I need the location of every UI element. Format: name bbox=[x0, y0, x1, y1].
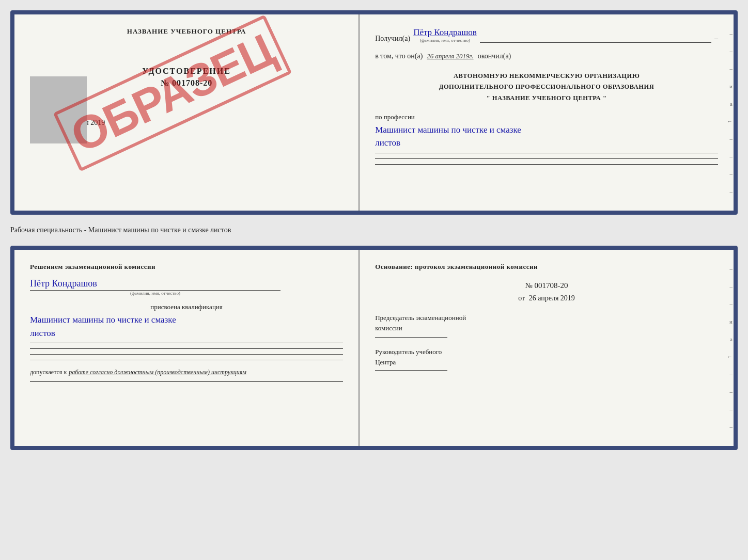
predsedatel-block: Председатель экзаменационной комиссии bbox=[375, 313, 718, 333]
protokol-number: № 001708-20 bbox=[375, 281, 718, 290]
udostoverenie-label: УДОСТОВЕРЕНИЕ bbox=[30, 67, 343, 76]
ot-date-value: 26 апреля 2019 bbox=[529, 294, 575, 302]
dopusk-text: работе согласно должностным (производств… bbox=[69, 369, 246, 376]
fio-hint-top: (фамилия, имя, отчество) bbox=[413, 38, 477, 43]
ot-date: от 26 апреля 2019 bbox=[375, 294, 718, 302]
osnovanie-label: Основание: протокол экзаменационной коми… bbox=[375, 263, 718, 271]
bottom-doc-right: Основание: протокол экзаменационной коми… bbox=[360, 250, 734, 446]
okonchil-label: окончил(а) bbox=[478, 52, 511, 60]
page-wrapper: НАЗВАНИЕ УЧЕБНОГО ЦЕНТРА ОБРАЗЕЦ УДОСТОВ… bbox=[10, 10, 738, 450]
rukovoditel-line2: Центра bbox=[375, 358, 396, 366]
obrazec-text: ОБРАЗЕЦ bbox=[53, 14, 292, 171]
kvali-underline-1 bbox=[30, 343, 343, 343]
school-name-top: НАЗВАНИЕ УЧЕБНОГО ЦЕНТРА bbox=[30, 27, 343, 36]
bottom-doc-left: Решением экзаменационной комиссии Пётр К… bbox=[14, 250, 360, 446]
poluchil-row: Получил(а) Пётр Кондрашов (фамилия, имя,… bbox=[375, 27, 718, 43]
photo-area bbox=[30, 76, 87, 143]
komissia-name: Пётр Кондрашов bbox=[30, 278, 343, 289]
dopusk-underline bbox=[30, 381, 343, 382]
right-edge-marks-bottom: – – – и а ← – – – – bbox=[724, 250, 734, 446]
vtom-date: 26 апреля 2019г. bbox=[427, 52, 473, 60]
vtom-label: в том, что он(а) bbox=[375, 52, 423, 60]
profession-line2: листов bbox=[375, 138, 400, 148]
kvali-underline-4 bbox=[30, 360, 343, 360]
poprofessii-label: по профессии bbox=[375, 113, 718, 121]
kvali-text: Машинист машины по чистке и смазке листо… bbox=[30, 313, 343, 340]
kvali-line1: Машинист машины по чистке и смазке bbox=[30, 315, 176, 325]
dash-mark: – bbox=[714, 35, 718, 43]
vtom-row: в том, что он(а) 26 апреля 2019г. окончи… bbox=[375, 52, 718, 60]
profession-line1: Машинист машины по чистке и смазке bbox=[375, 125, 521, 135]
rukovoditel-block: Руководитель учебного Центра bbox=[375, 347, 718, 367]
dopuskaetsya-row: допускается к работе согласно должностны… bbox=[30, 369, 343, 376]
poluchil-label: Получил(а) bbox=[375, 35, 410, 43]
predsedatel-sign-line bbox=[375, 337, 447, 338]
top-doc-left: НАЗВАНИЕ УЧЕБНОГО ЦЕНТРА ОБРАЗЕЦ УДОСТОВ… bbox=[14, 14, 360, 211]
fio-hint-bottom: (фамилия, имя, отчество) bbox=[30, 291, 280, 296]
dopusk-static: допускается к bbox=[30, 369, 67, 376]
right-edge-marks: – – – и а ← – – – – bbox=[724, 14, 734, 211]
underline-1 bbox=[375, 153, 718, 153]
prisvoyena-label: присвоена квалификация bbox=[30, 303, 343, 311]
top-doc-right: Получил(а) Пётр Кондрашов (фамилия, имя,… bbox=[360, 14, 734, 211]
kvali-line2: листов bbox=[30, 328, 55, 338]
rukovoditel-sign-line bbox=[375, 370, 447, 371]
specialty-label: Рабочая специальность - Машинист машины … bbox=[10, 224, 738, 236]
kvali-underline-2 bbox=[30, 348, 343, 349]
org-block: АВТОНОМНУЮ НЕКОММЕРЧЕСКУЮ ОРГАНИЗАЦИЮ ДО… bbox=[375, 71, 718, 104]
predsedatel-line1: Председатель экзаменационной bbox=[375, 314, 466, 322]
org-line3: " НАЗВАНИЕ УЧЕБНОГО ЦЕНТРА " bbox=[375, 93, 718, 104]
poluchil-name: Пётр Кондрашов bbox=[413, 27, 477, 38]
rukovoditel-line1: Руководитель учебного bbox=[375, 348, 442, 356]
underline-2 bbox=[375, 158, 718, 159]
predsedatel-line2: комиссии bbox=[375, 324, 402, 332]
profession-text: Машинист машины по чистке и смазке листо… bbox=[375, 123, 718, 150]
underline-3 bbox=[375, 164, 718, 165]
kvali-underline-3 bbox=[30, 354, 343, 355]
bottom-document: Решением экзаменационной комиссии Пётр К… bbox=[10, 246, 738, 450]
org-line2: ДОПОЛНИТЕЛЬНОГО ПРОФЕССИОНАЛЬНОГО ОБРАЗО… bbox=[375, 82, 718, 92]
top-document: НАЗВАНИЕ УЧЕБНОГО ЦЕНТРА ОБРАЗЕЦ УДОСТОВ… bbox=[10, 10, 738, 215]
ot-label: от bbox=[518, 294, 525, 302]
resheniem-row: Решением экзаменационной комиссии bbox=[30, 263, 343, 271]
org-line1: АВТОНОМНУЮ НЕКОММЕРЧЕСКУЮ ОРГАНИЗАЦИЮ bbox=[375, 71, 718, 82]
poluchil-dash bbox=[480, 42, 711, 43]
